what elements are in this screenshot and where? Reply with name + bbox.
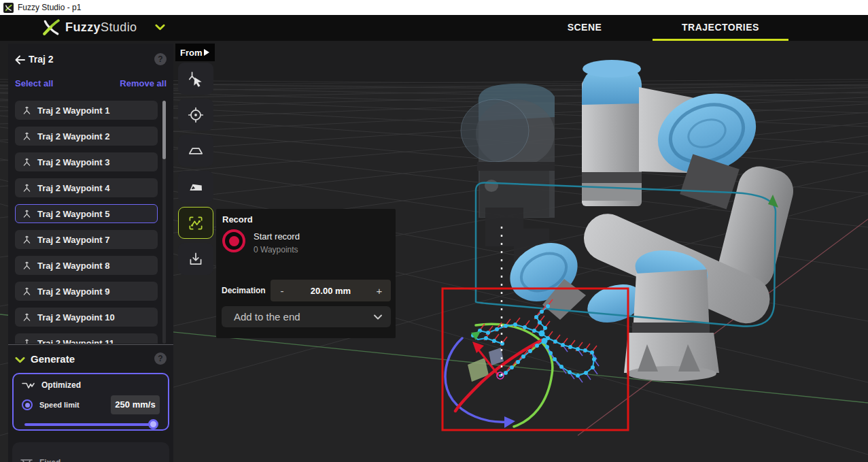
optimized-curve-icon [22,381,35,390]
record-path-tool[interactable] [178,207,213,239]
chevron-down-icon[interactable] [15,356,25,364]
waypoint-axis-icon [22,132,31,141]
trajectory-panel: Traj 2 ? Select all Remove all Traj 2 Wa… [8,44,173,462]
waypoint-list-item[interactable]: Traj 2 Waypoint 10 [15,308,158,327]
waypoint-list-item[interactable]: Traj 2 Waypoint 4 [15,178,158,197]
waypoint-axis-icon [22,287,31,296]
fixed-label: Fixed [39,458,60,462]
waypoint-label: Traj 2 Waypoint 3 [37,157,109,167]
tab-trajectories[interactable]: TRAJECTORIES [653,15,788,41]
window-title: Fuzzy Studio - p1 [18,3,81,12]
brand-name: FuzzyStudio [65,20,137,35]
decimation-minus-button[interactable]: - [271,285,294,297]
trapezoid-outline-icon [187,142,205,160]
record-title: Record [222,214,253,225]
waypoint-list-item[interactable]: Traj 2 Waypoint 5 [15,204,158,223]
help-icon[interactable]: ? [154,53,167,65]
waypoint-label: Traj 2 Waypoint 9 [37,286,109,297]
waypoint-label: Traj 2 Waypoint 4 [37,183,109,193]
slider-thumb[interactable] [148,419,158,429]
trapezoid-filled-icon [187,178,205,196]
waypoint-list-item[interactable]: Traj 2 Waypoint 1 [15,101,158,120]
start-record-button[interactable] [222,229,245,252]
from-pose-bar[interactable]: From [175,44,215,61]
record-panel: Record Start record 0 Waypoints Decimati… [216,209,396,338]
optimized-label: Optimized [41,380,81,390]
waypoint-list-item[interactable]: Traj 2 Waypoint 8 [15,256,158,275]
app-logo-icon [3,3,14,13]
waypoint-axis-icon [22,235,31,244]
waypoint-axis-icon [22,106,31,115]
tab-scene[interactable]: SCENE [517,15,653,41]
waypoint-label: Traj 2 Waypoint 2 [37,131,109,142]
app-header: FuzzyStudio SCENE TRAJECTORIES [0,15,868,41]
project-menu-chevron-down-icon[interactable] [155,23,165,31]
chevron-down-icon [373,314,383,320]
import-icon [187,250,205,268]
waypoint-list-item[interactable]: Traj 2 Waypoint 3 [15,152,158,171]
waypoint-list-item[interactable]: Traj 2 Waypoint 7 [15,230,158,249]
generate-section-header[interactable]: Generate ? [8,351,173,370]
record-position-tool[interactable] [178,99,213,131]
decimation-label: Decimation [222,286,266,295]
from-label: From [180,48,203,58]
waypoint-axis-icon [22,313,31,322]
scrollbar-thumb[interactable] [162,101,166,159]
plane-filled-tool[interactable] [178,171,213,203]
waypoint-label: Traj 2 Waypoint 1 [37,105,109,116]
cursor-waypoint-icon [187,70,205,88]
trajectory-toolbar [178,63,213,279]
plane-outline-tool[interactable] [178,135,213,167]
waypoint-label: Traj 2 Waypoint 11 [37,338,114,344]
waypoint-list-item[interactable]: Traj 2 Waypoint 11 [15,333,158,344]
fuzzy-logo-icon [42,18,60,36]
waypoint-list-item[interactable]: Traj 2 Waypoint 2 [15,127,158,146]
generate-option-optimized[interactable]: Optimized Speed limit 250 mm/s [12,373,169,431]
speed-limit-slider[interactable] [24,423,157,426]
waypoint-axis-icon [22,158,31,167]
brand: FuzzyStudio [42,18,137,36]
waypoint-axis-icon [22,210,31,218]
speed-limit-value[interactable]: 250 mm/s [111,395,160,414]
waypoint-list: Traj 2 Waypoint 1 Traj 2 Waypoint 2 Traj… [15,101,159,344]
waypoint-list-scrollbar[interactable] [162,101,166,344]
window-titlebar: Fuzzy Studio - p1 [0,0,868,15]
waypoint-axis-icon [22,261,31,270]
waypoint-count: 0 Waypoints [254,245,298,254]
help-icon[interactable]: ? [154,352,167,365]
select-waypoint-tool[interactable] [178,63,213,95]
decimation-plus-button[interactable]: + [368,285,391,297]
target-icon [187,106,205,124]
waypoint-label: Traj 2 Waypoint 5 [37,209,109,219]
fixed-curve-icon [20,459,33,462]
waypoint-label: Traj 2 Waypoint 8 [37,261,109,271]
waypoint-label: Traj 2 Waypoint 10 [37,312,115,323]
import-tool[interactable] [178,243,213,275]
start-record-label: Start record [254,231,300,242]
trajectory-title: Traj 2 [29,54,54,65]
waypoint-axis-icon [22,184,31,193]
waypoint-list-item[interactable]: Traj 2 Waypoint 9 [15,282,158,301]
record-path-icon [187,214,205,232]
waypoint-axis-icon [22,339,31,344]
append-mode-value: Add to the end [234,311,300,323]
decimation-value[interactable]: 20.00 mm [294,286,368,296]
back-arrow-icon[interactable] [14,53,27,67]
speed-limit-radio[interactable] [22,399,33,410]
generate-option-fixed[interactable]: Fixed [12,442,169,462]
remove-all-button[interactable]: Remove all [120,78,167,88]
speed-limit-label: Speed limit [39,401,80,409]
select-all-button[interactable]: Select all [15,78,53,88]
waypoint-label: Traj 2 Waypoint 7 [37,235,109,245]
decimation-stepper: - 20.00 mm + [271,280,391,301]
panel-divider [8,344,173,345]
generate-title: Generate [31,353,75,365]
play-right-icon[interactable] [203,48,210,56]
trajectory-panel-header: Traj 2 ? [8,52,173,68]
append-mode-dropdown[interactable]: Add to the end [222,306,391,327]
